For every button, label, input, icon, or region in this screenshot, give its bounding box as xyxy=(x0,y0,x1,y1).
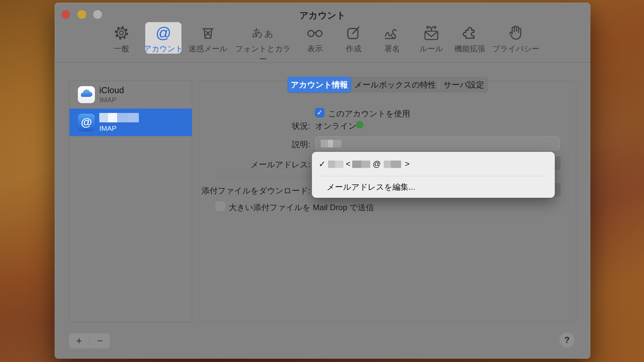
redacted-sender-name xyxy=(328,161,343,168)
description-label: 説明: xyxy=(199,139,310,150)
angle-close: > xyxy=(405,159,410,169)
use-account-checkbox[interactable]: ✓ xyxy=(315,108,324,117)
email-address-menu: ✓ < @ > メールアドレスを編集... xyxy=(312,152,555,198)
angle-open: < xyxy=(346,159,351,169)
maildrop-checkbox[interactable] xyxy=(216,202,225,211)
email-address-label: メールアドレス: xyxy=(199,159,310,170)
redacted-account-name xyxy=(99,113,139,122)
menu-item-current-address[interactable]: ✓ < @ > xyxy=(312,152,555,176)
add-account-button[interactable]: + xyxy=(69,333,89,349)
menu-item-edit-addresses[interactable]: メールアドレスを編集... xyxy=(312,176,555,197)
checkmark-icon: ✓ xyxy=(319,159,326,169)
redacted-email-local xyxy=(352,161,370,168)
use-account-label: このアカウントを使用 xyxy=(328,108,410,119)
toolbar-item-label: プライバシー xyxy=(487,44,544,54)
tab-mailbox-behaviors[interactable]: メールボックスの特性 xyxy=(351,77,439,93)
accounts-list: iCloud IMAP @ IMAP xyxy=(69,81,192,322)
fonts-icon: あぁ xyxy=(234,23,291,43)
remove-account-button[interactable]: − xyxy=(90,333,110,349)
junk-trash-icon xyxy=(179,23,236,43)
add-remove-account-group: + − xyxy=(69,333,110,349)
icloud-cloud-icon xyxy=(78,86,95,103)
redacted-description-value xyxy=(321,140,341,147)
desktop-wallpaper: アカウント 一般 @ アカウント 迷惑メール xyxy=(0,0,644,362)
window-title: アカウント xyxy=(55,9,590,21)
hand-icon xyxy=(487,23,544,43)
account-protocol: IMAP xyxy=(99,96,116,104)
toolbar-item-label: フォントとカラー xyxy=(234,44,291,64)
redacted-email-domain xyxy=(384,161,401,168)
tab-server-settings[interactable]: サーバ設定 xyxy=(439,77,488,93)
tab-account-info[interactable]: アカウント情報 xyxy=(287,77,351,93)
online-status-dot xyxy=(356,121,363,128)
toolbar-item-privacy[interactable]: プライバシー xyxy=(487,23,544,54)
description-input[interactable] xyxy=(315,136,559,150)
toolbar-item-fonts[interactable]: あぁ フォントとカラー xyxy=(234,23,291,54)
account-row-icloud[interactable]: iCloud IMAP xyxy=(69,81,192,109)
status-value: オンライン xyxy=(315,121,357,131)
menu-item-label: メールアドレスを編集... xyxy=(327,182,415,192)
help-button[interactable]: ? xyxy=(559,332,575,348)
maildrop-label: 大きい添付ファイルを Mail Drop で送信 xyxy=(229,202,374,213)
toolbar-item-label: 迷惑メール xyxy=(179,44,236,54)
account-row-selected[interactable]: @ IMAP xyxy=(69,109,192,136)
mail-settings-window: アカウント 一般 @ アカウント 迷惑メール xyxy=(55,3,590,359)
status-label: 状況: xyxy=(199,121,310,131)
download-attachments-label: 添付ファイルをダウンロード: xyxy=(199,185,310,196)
checkmark-icon: ✓ xyxy=(317,109,323,117)
toolbar-divider xyxy=(55,62,590,63)
at-badge-icon: @ xyxy=(78,114,95,131)
account-name: iCloud xyxy=(99,85,124,96)
at-sign: @ xyxy=(373,159,381,169)
account-tabs: アカウント情報 メールボックスの特性 サーバ設定 xyxy=(287,77,488,93)
toolbar-item-junk[interactable]: 迷惑メール xyxy=(179,23,236,54)
account-protocol: IMAP xyxy=(99,124,116,132)
